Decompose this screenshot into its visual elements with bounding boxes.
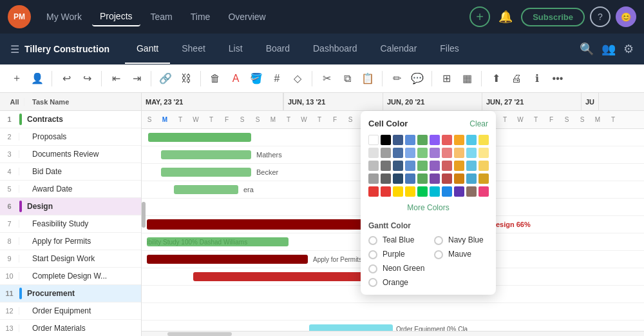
add-person-button[interactable]: 👤 [28, 70, 46, 88]
color-swatch[interactable] [393, 173, 403, 184]
settings-icon[interactable]: ⚙ [623, 42, 634, 56]
task-row[interactable]: 8 Apply for Permits [0, 233, 141, 250]
color-swatch[interactable] [466, 173, 477, 184]
hamburger-icon[interactable]: ☰ [10, 43, 19, 55]
color-swatch[interactable] [478, 148, 489, 158]
radio-purple[interactable] [368, 250, 377, 259]
color-swatch[interactable] [466, 135, 477, 145]
task-row[interactable]: 12 Order Equipment [0, 302, 141, 320]
more-colors-button[interactable]: More Colors [368, 199, 488, 216]
radio-navy-blue[interactable] [434, 236, 443, 245]
color-swatch[interactable] [405, 148, 415, 158]
color-swatch[interactable] [368, 135, 379, 145]
tab-gantt[interactable]: Gantt [125, 34, 170, 64]
color-swatch[interactable] [417, 135, 428, 145]
color-swatch[interactable] [442, 186, 452, 197]
pencil-button[interactable]: ✏ [388, 70, 406, 88]
color-swatch[interactable] [417, 173, 428, 184]
color-swatch[interactable] [478, 173, 489, 184]
nav-team[interactable]: Team [143, 8, 180, 26]
nav-time[interactable]: Time [183, 8, 218, 26]
color-option-mauve[interactable]: Mauve [434, 250, 495, 260]
color-swatch[interactable] [368, 173, 379, 184]
color-swatch[interactable] [478, 186, 489, 197]
task-row[interactable]: 9 Start Design Work [0, 250, 141, 268]
color-swatch[interactable] [442, 135, 452, 145]
task-row[interactable]: 13 Order Materials [0, 320, 141, 336]
color-option-teal-blue[interactable]: Teal Blue [368, 235, 429, 246]
color-swatch[interactable] [442, 173, 452, 184]
undo-button[interactable]: ↩ [57, 70, 75, 88]
color-swatch[interactable] [478, 161, 489, 171]
radio-mauve[interactable] [434, 250, 443, 259]
redo-button[interactable]: ↪ [78, 70, 96, 88]
color-swatch[interactable] [417, 148, 428, 158]
color-swatch[interactable] [381, 148, 391, 158]
nav-my-work[interactable]: My Work [39, 8, 90, 26]
color-swatch[interactable] [442, 161, 452, 171]
color-swatch[interactable] [442, 148, 452, 158]
color-swatch[interactable] [466, 148, 477, 158]
color-swatch[interactable] [430, 135, 440, 145]
color-swatch[interactable] [405, 173, 415, 184]
help-button[interactable]: ? [590, 6, 611, 27]
color-swatch[interactable] [417, 161, 428, 171]
export1-button[interactable]: ⬆ [487, 70, 505, 88]
radio-orange[interactable] [368, 278, 377, 287]
color-swatch[interactable] [405, 161, 415, 171]
color-swatch[interactable] [430, 173, 440, 184]
all-column[interactable]: All [5, 98, 24, 106]
color-option-orange[interactable]: Orange [368, 278, 429, 287]
outdent-button[interactable]: ⇤ [107, 70, 125, 88]
subscribe-button[interactable]: Subscribe [521, 8, 585, 26]
color-swatch[interactable] [466, 186, 477, 197]
tab-files[interactable]: Files [428, 34, 471, 64]
color-swatch[interactable] [405, 186, 415, 197]
color-swatch[interactable] [454, 135, 464, 145]
color-swatch[interactable] [405, 135, 415, 145]
color-swatch[interactable] [430, 148, 440, 158]
paste-button[interactable]: 📋 [359, 70, 377, 88]
color-swatch[interactable] [381, 173, 391, 184]
radio-neon-green[interactable] [368, 264, 377, 273]
color-swatch[interactable] [454, 173, 464, 184]
tab-board[interactable]: Board [254, 34, 301, 64]
add-button[interactable]: + [469, 6, 490, 27]
task-row[interactable]: 4 Bid Date [0, 163, 141, 181]
task-row[interactable]: 7 Feasibility Study [0, 215, 141, 233]
color-swatch[interactable] [393, 135, 403, 145]
members-icon[interactable]: 👥 [601, 42, 616, 56]
more-button[interactable]: ••• [549, 70, 567, 88]
unlink-button[interactable]: ⛓ [177, 70, 195, 88]
task-row[interactable]: 5 Award Date [0, 181, 141, 198]
cut-button[interactable]: ✂ [317, 70, 336, 88]
color-swatch[interactable] [368, 161, 379, 171]
color-option-neon-green[interactable]: Neon Green [368, 264, 429, 274]
comment-button[interactable]: 💬 [408, 70, 426, 88]
color-swatch[interactable] [454, 161, 464, 171]
task-row[interactable]: 10 Complete Design W... [0, 268, 141, 285]
columns-button[interactable]: ▦ [458, 70, 476, 88]
tab-calendar[interactable]: Calendar [368, 34, 428, 64]
delete-button[interactable]: 🗑 [206, 70, 224, 88]
color-swatch[interactable] [368, 148, 379, 158]
color-swatch[interactable] [466, 161, 477, 171]
paint-button[interactable]: 🪣 [247, 70, 265, 88]
indent-button[interactable]: ⇥ [128, 70, 146, 88]
task-row[interactable]: 3 Documents Review [0, 146, 141, 163]
color-option-purple[interactable]: Purple [368, 250, 429, 260]
color-option-navy-blue[interactable]: Navy Blue [434, 235, 495, 246]
avatar[interactable]: 😊 [616, 6, 636, 27]
tab-list[interactable]: List [217, 34, 254, 64]
text-color-button[interactable]: A [227, 70, 245, 88]
color-swatch[interactable] [368, 186, 379, 197]
color-swatch[interactable] [454, 148, 464, 158]
color-swatch[interactable] [393, 161, 403, 171]
color-swatch[interactable] [430, 186, 440, 197]
color-swatch[interactable] [478, 135, 489, 145]
shape-button[interactable]: ◇ [289, 70, 307, 88]
radio-teal-blue[interactable] [368, 236, 377, 245]
task-row[interactable]: 6 Design [0, 198, 141, 215]
color-swatch[interactable] [381, 161, 391, 171]
scroll-handle[interactable] [142, 202, 146, 228]
